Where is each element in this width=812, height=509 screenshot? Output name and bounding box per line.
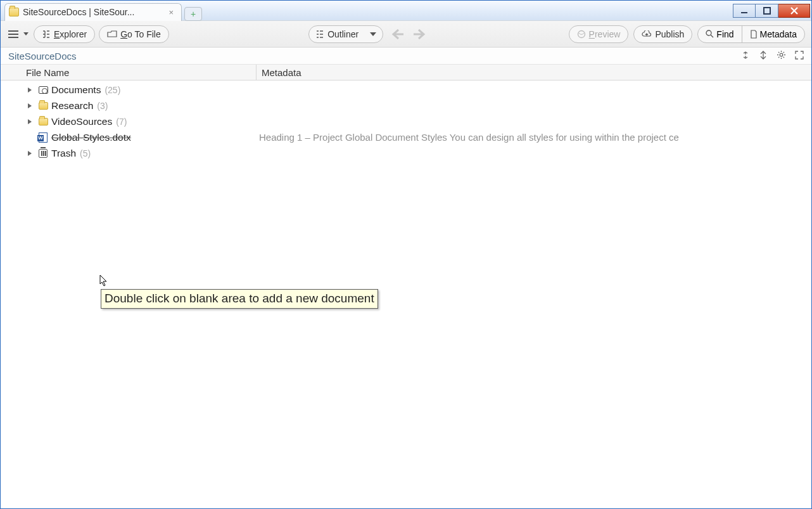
folder-icon [37,117,49,127]
cloud-upload-icon [642,30,652,38]
preview-button[interactable]: Preview [569,25,629,43]
camera-icon [37,85,49,95]
content-area[interactable]: Documents(25)Research(3)VideoSources(7)W… [1,81,811,508]
nav-forward-button[interactable] [411,25,429,43]
word-icon: W [37,132,49,143]
find-label: Find [716,29,733,39]
minimize-button[interactable] [733,4,756,18]
find-button[interactable]: Find [698,26,741,42]
disclosure-triangle-icon[interactable] [25,103,35,109]
outliner-icon [315,30,324,39]
tree-row[interactable]: Trash(5) [1,145,811,161]
new-tab-button[interactable]: + [184,7,202,21]
expand-icon[interactable] [759,51,768,61]
file-tree: Documents(25)Research(3)VideoSources(7)W… [1,81,811,161]
toolbar: Explorer Go To File Outliner [1,21,811,48]
maximize-button[interactable] [756,4,778,18]
tree-row[interactable]: WGlobal-Styles.dotxHeading 1 – Project G… [1,129,811,145]
svg-rect-1 [764,8,770,14]
nav-back-button[interactable] [388,25,406,43]
column-header-metadata[interactable]: Metadata [257,65,811,80]
breadcrumb[interactable]: SiteSourceDocs [8,51,77,61]
svg-point-3 [706,30,711,35]
folder-open-icon [107,30,117,38]
close-tab-icon[interactable]: × [166,8,176,17]
folder-icon [9,8,19,16]
find-metadata-group: Find Metadata [697,25,805,43]
tree-item-metadata: Heading 1 – Project Global Document Styl… [259,132,679,143]
breadcrumb-bar: SiteSourceDocs [1,48,811,65]
menu-button[interactable] [7,28,30,41]
item-count: (5) [80,148,91,158]
publish-label: Publish [655,29,684,39]
tooltip: Double click on blank area to add a new … [101,289,378,309]
disclosure-triangle-icon[interactable] [25,119,35,125]
item-count: (25) [105,85,120,95]
column-header-filename[interactable]: File Name [1,65,257,80]
tree-item-label: Documents [51,84,101,96]
tree-item-label: Trash [51,148,76,159]
tree-row[interactable]: VideoSources(7) [1,113,811,129]
browser-icon [577,30,586,39]
search-icon [706,30,714,38]
document-icon [750,30,758,39]
tab-title: SiteSourceDocs | SiteSour... [23,7,134,17]
preview-label: Preview [589,29,621,39]
caret-down-icon [370,32,376,36]
folder-icon [37,101,49,111]
svg-rect-0 [741,12,747,13]
collapse-icon[interactable] [741,51,750,61]
svg-point-4 [780,53,783,56]
settings-icon[interactable] [777,50,786,61]
close-window-button[interactable] [778,4,810,18]
tree-icon [42,30,51,39]
gotofile-label: Go To File [120,29,161,39]
browser-tab[interactable]: SiteSourceDocs | SiteSour... × [4,3,182,21]
item-count: (7) [116,117,127,127]
metadata-label: Metadata [760,29,797,39]
fullscreen-icon[interactable] [795,51,804,61]
outliner-label: Outliner [327,29,358,39]
cursor-icon [99,274,108,290]
caret-down-icon [23,32,29,35]
explorer-label: Explorer [54,29,87,39]
publish-button[interactable]: Publish [633,25,692,43]
column-headers: File Name Metadata [1,65,811,81]
disclosure-triangle-icon[interactable] [25,87,35,93]
tree-row[interactable]: Research(3) [1,98,811,113]
tree-item-label: Research [51,100,93,112]
trash-icon [37,148,49,158]
tree-item-label: Global-Styles.dotx [51,132,131,143]
metadata-button[interactable]: Metadata [742,26,804,42]
tree-row[interactable]: Documents(25) [1,82,811,98]
item-count: (3) [97,101,108,111]
disclosure-triangle-icon[interactable] [25,150,35,157]
tree-item-label: VideoSources [51,116,112,127]
view-mode-dropdown[interactable]: Outliner [308,25,383,43]
explorer-button[interactable]: Explorer [34,25,95,43]
go-to-file-button[interactable]: Go To File [99,25,169,43]
titlebar: SiteSourceDocs | SiteSour... × + [1,1,811,21]
